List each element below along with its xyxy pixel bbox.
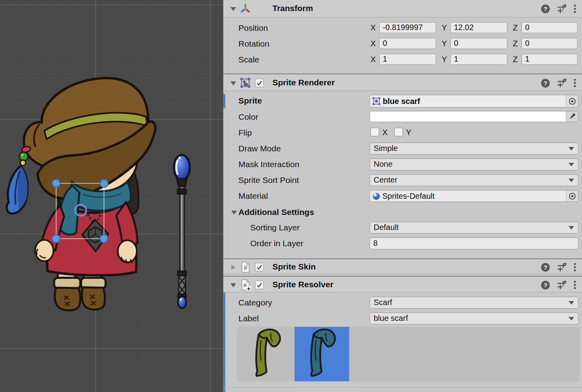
sprite-skin-title: Sprite Skin [272, 262, 316, 271]
flip-x-label: X [382, 127, 387, 138]
object-picker-button[interactable] [566, 95, 578, 107]
svg-text:?: ? [544, 80, 547, 87]
scale-z-field[interactable]: 1 [522, 54, 578, 65]
additional-settings-row[interactable]: Additional Settings [223, 207, 582, 217]
sprite-sort-point-dropdown[interactable]: Center [370, 174, 578, 186]
position-z-field[interactable]: 0 [522, 22, 578, 33]
foldout-closed-icon[interactable] [231, 264, 236, 270]
scene-canvas [0, 0, 223, 392]
draw-mode-row: Draw Mode Simple [223, 143, 582, 155]
check-icon [256, 282, 263, 288]
presets-icon[interactable] [557, 262, 567, 272]
transform-header[interactable]: Transform ? [223, 0, 582, 17]
flip-y-checkbox[interactable] [394, 128, 403, 136]
sprite-variant-green-scarf[interactable] [242, 328, 292, 381]
transform-title: Transform [272, 4, 313, 13]
script-plus-icon: # + [241, 279, 252, 291]
label-value: blue scarf [374, 314, 408, 322]
sprite-sort-point-value: Center [374, 175, 397, 184]
scene-view[interactable] [0, 0, 223, 392]
category-value: Scarf [374, 298, 392, 307]
foldout-open-icon[interactable] [231, 210, 237, 215]
chevron-down-icon [569, 163, 574, 166]
object-picker-icon [568, 192, 576, 200]
order-in-layer-label: Order in Layer [250, 237, 303, 249]
material-label: Material [238, 190, 268, 202]
sprite-resolver-enabled-checkbox[interactable] [255, 281, 264, 289]
rotation-z-field[interactable]: 0 [522, 38, 578, 49]
material-object-field[interactable]: Sprites-Default [370, 190, 578, 202]
sprite-object-field[interactable]: blue scarf [370, 95, 578, 107]
sprite-resolver-header[interactable]: # + Sprite Resolver ? [223, 276, 582, 292]
scale-x-field[interactable]: 1 [379, 54, 436, 65]
mask-interaction-row: Mask Interaction None [223, 158, 582, 170]
material-row: Material Sprites-Default [223, 190, 582, 202]
sprite-label: Sprite [238, 95, 262, 107]
object-picker-button[interactable] [566, 190, 578, 202]
sprite-variant-blue-scarf-selected[interactable] [295, 327, 349, 381]
kebab-menu-icon[interactable] [573, 262, 576, 272]
kebab-menu-icon[interactable] [573, 280, 576, 290]
selection-handle-bottom-right[interactable] [100, 235, 108, 243]
svg-text:?: ? [544, 264, 547, 271]
sorting-layer-label: Sorting Layer [250, 222, 300, 234]
rotation-x-field[interactable]: 0 [379, 38, 436, 49]
script-icon: # [241, 262, 250, 273]
presets-icon[interactable] [557, 280, 567, 290]
chevron-down-icon [569, 147, 574, 151]
flip-label: Flip [238, 127, 252, 139]
label-dropdown[interactable]: blue scarf [370, 313, 578, 324]
help-icon[interactable]: ? [540, 78, 550, 88]
kebab-menu-icon[interactable] [573, 4, 576, 14]
sorting-layer-dropdown[interactable]: Default [370, 222, 578, 234]
help-icon[interactable]: ? [540, 4, 550, 14]
presets-icon[interactable] [557, 78, 567, 88]
position-x-field[interactable]: -0.8199997 [379, 22, 436, 33]
axis-z-label: Z [513, 22, 518, 33]
sprite-row: Sprite blue scarf [223, 95, 582, 107]
help-icon[interactable]: ? [540, 262, 550, 272]
color-swatch[interactable] [370, 111, 578, 122]
chevron-down-icon [569, 317, 574, 320]
sorting-layer-value: Default [374, 223, 399, 232]
eyedropper-button[interactable] [566, 111, 578, 122]
svg-text:?: ? [544, 282, 547, 288]
component-end-divider [223, 387, 582, 388]
chevron-down-icon [569, 179, 574, 182]
unity-editor-window: Transform ? Position X -0.8199997 Y 12.0… [0, 0, 582, 392]
selection-handle-bottom-left[interactable] [52, 235, 60, 243]
material-sphere-icon [372, 192, 380, 200]
sprite-resolver-title: Sprite Resolver [272, 280, 333, 289]
axis-x-label: X [370, 54, 376, 65]
help-icon[interactable]: ? [540, 280, 550, 290]
sprite-skin-header[interactable]: # Sprite Skin ? [223, 258, 582, 274]
presets-icon[interactable] [557, 4, 567, 13]
mask-interaction-dropdown[interactable]: None [370, 158, 578, 170]
axis-x-label: X [370, 22, 376, 33]
axis-y-label: Y [442, 22, 447, 33]
sprite-renderer-header[interactable]: Sprite Renderer ? [223, 74, 582, 91]
axis-y-label: Y [442, 38, 447, 49]
foldout-open-icon[interactable] [230, 6, 236, 11]
foldout-open-icon[interactable] [230, 81, 236, 86]
order-in-layer-field[interactable]: 8 [370, 237, 578, 249]
axis-y-label: Y [442, 54, 447, 65]
selection-handle-top-right[interactable] [100, 179, 108, 187]
flip-x-checkbox[interactable] [370, 128, 379, 136]
eyedropper-icon [568, 113, 576, 121]
green-scarf-thumbnail [247, 328, 287, 380]
draw-mode-dropdown[interactable]: Simple [370, 143, 578, 155]
flip-row: Flip X Y [223, 127, 582, 137]
position-y-field[interactable]: 12.02 [450, 22, 507, 33]
svg-text:#: # [244, 264, 248, 271]
svg-text:?: ? [544, 6, 547, 12]
sprite-renderer-enabled-checkbox[interactable] [255, 79, 264, 87]
category-dropdown[interactable]: Scarf [370, 297, 578, 309]
transform-tool-icon [240, 3, 251, 14]
selection-handle-top-left[interactable] [52, 179, 60, 187]
scale-y-field[interactable]: 1 [450, 54, 507, 65]
rotation-y-field[interactable]: 0 [450, 38, 507, 49]
kebab-menu-icon[interactable] [573, 78, 576, 88]
foldout-open-icon[interactable] [230, 283, 236, 288]
sprite-skin-enabled-checkbox[interactable] [255, 263, 264, 271]
